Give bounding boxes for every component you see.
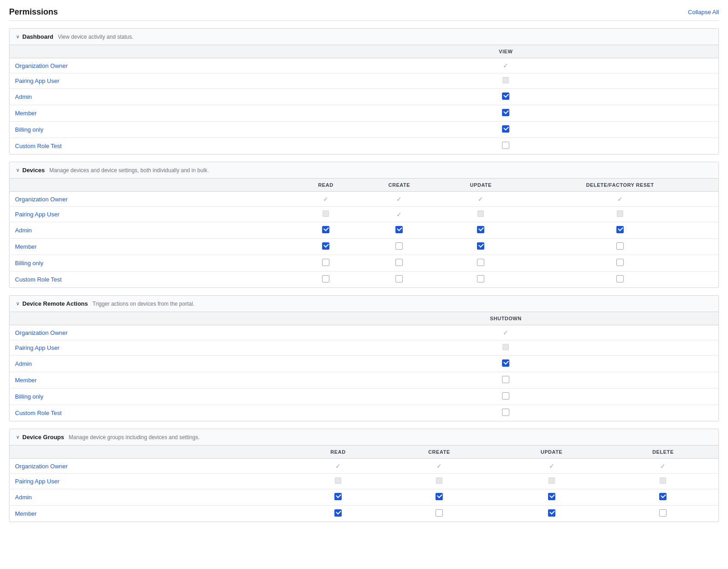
chevron-icon-device_groups[interactable]: ∨ — [16, 434, 20, 440]
check-cell — [440, 192, 522, 207]
checkbox-checked[interactable] — [436, 493, 443, 500]
col-header-role — [10, 45, 293, 58]
section-title-device_groups: Device Groups — [22, 434, 64, 441]
checkbox-checked[interactable] — [616, 226, 624, 233]
checkbox-checked[interactable] — [322, 226, 329, 233]
check-cell — [293, 138, 718, 154]
chevron-icon-device_remote_actions[interactable]: ∨ — [16, 301, 20, 307]
check-cell — [293, 222, 358, 239]
checkbox-checked[interactable] — [477, 242, 484, 250]
col-header-view: VIEW — [293, 45, 718, 58]
checkbox-checked[interactable] — [334, 509, 342, 517]
check-cell — [293, 58, 718, 73]
check-cell — [293, 372, 718, 389]
checkbox-unchecked[interactable] — [502, 392, 509, 400]
check-cell — [495, 459, 608, 474]
table-row: Billing only — [10, 122, 718, 138]
section-title-device_remote_actions: Device Remote Actions — [22, 300, 88, 307]
col-header-create: CREATE — [359, 179, 440, 192]
checkbox-readonly-checked — [436, 462, 443, 470]
role-name-cell: Billing only — [10, 389, 293, 405]
checkbox-unchecked[interactable] — [395, 275, 403, 282]
check-cell — [522, 207, 718, 222]
table-row: Admin — [10, 222, 718, 239]
checkbox-checked[interactable] — [659, 493, 666, 500]
checkbox-unchecked[interactable] — [616, 242, 624, 250]
col-header-role — [10, 312, 293, 325]
checkbox-unchecked[interactable] — [322, 275, 329, 282]
checkbox-checked[interactable] — [502, 125, 509, 133]
table-row: Organization Owner — [10, 325, 718, 340]
section-header-devices: ∨DevicesManage devices and device settin… — [10, 162, 718, 179]
col-header-read: READ — [293, 446, 383, 459]
section-dashboard: ∨DashboardView device activity and statu… — [9, 28, 719, 154]
check-cell — [440, 222, 522, 239]
table-row: Billing only — [10, 255, 718, 272]
checkbox-checked[interactable] — [548, 493, 555, 500]
checkbox-unchecked[interactable] — [322, 259, 329, 266]
check-cell — [293, 192, 358, 207]
checkbox-readonly-checked — [502, 329, 509, 336]
check-cell — [440, 255, 522, 272]
chevron-icon-dashboard[interactable]: ∨ — [16, 34, 20, 40]
checkbox-checked[interactable] — [502, 92, 509, 100]
check-cell — [383, 459, 496, 474]
table-row: Admin — [10, 356, 718, 372]
check-cell — [383, 489, 496, 506]
check-cell — [608, 459, 718, 474]
section-title-devices: Devices — [22, 167, 45, 174]
collapse-all-button[interactable]: Collapse All — [688, 9, 719, 15]
checkbox-unchecked[interactable] — [502, 376, 509, 383]
role-name-cell: Pairing App User — [10, 73, 293, 89]
checkbox-unchecked[interactable] — [616, 275, 624, 282]
checkbox-checked[interactable] — [322, 242, 329, 250]
check-cell — [293, 325, 718, 340]
check-cell — [440, 207, 522, 222]
section-devices: ∨DevicesManage devices and device settin… — [9, 162, 719, 288]
check-cell — [359, 239, 440, 255]
section-header-device_groups: ∨Device GroupsManage device groups inclu… — [10, 429, 718, 446]
role-name-cell: Admin — [10, 356, 293, 372]
checkbox-checked[interactable] — [334, 493, 342, 500]
check-cell — [293, 122, 718, 138]
checkbox-unchecked[interactable] — [502, 142, 509, 149]
checkbox-checked[interactable] — [502, 109, 509, 116]
checkbox-unchecked[interactable] — [659, 509, 666, 517]
checkbox-readonly-disabled — [477, 210, 484, 217]
check-cell — [359, 255, 440, 272]
checkbox-unchecked[interactable] — [616, 259, 624, 266]
col-header-read: READ — [293, 179, 358, 192]
checkbox-readonly-checked — [548, 462, 555, 470]
checkbox-readonly-disabled — [502, 344, 509, 350]
table-row: Admin — [10, 89, 718, 105]
checkbox-checked[interactable] — [477, 226, 484, 233]
checkbox-unchecked[interactable] — [395, 259, 403, 266]
check-cell — [293, 340, 718, 356]
checkbox-unchecked[interactable] — [436, 509, 443, 517]
checkbox-unchecked[interactable] — [477, 275, 484, 282]
checkbox-readonly-disabled — [660, 477, 666, 484]
checkbox-unchecked[interactable] — [477, 259, 484, 266]
col-header-update: UPDATE — [440, 179, 522, 192]
checkbox-readonly-checked — [395, 195, 403, 203]
col-header-delete-factory-reset: DELETE/FACTORY RESET — [522, 179, 718, 192]
chevron-icon-devices[interactable]: ∨ — [16, 167, 20, 173]
section-header-dashboard: ∨DashboardView device activity and statu… — [10, 29, 718, 45]
checkbox-readonly-checked — [334, 462, 342, 470]
checkbox-unchecked[interactable] — [502, 409, 509, 416]
table-row: Member — [10, 372, 718, 389]
checkbox-unchecked[interactable] — [395, 242, 403, 250]
table-row: Pairing App User — [10, 340, 718, 356]
check-cell — [293, 73, 718, 89]
check-cell — [383, 506, 496, 522]
checkbox-checked[interactable] — [395, 226, 403, 233]
role-name-cell: Organization Owner — [10, 58, 293, 73]
check-cell — [608, 506, 718, 522]
role-name-cell: Billing only — [10, 122, 293, 138]
check-cell — [293, 272, 358, 288]
col-header-delete: DELETE — [608, 446, 718, 459]
checkbox-checked[interactable] — [502, 359, 509, 367]
checkbox-checked[interactable] — [548, 509, 555, 517]
section-header-device_remote_actions: ∨Device Remote ActionsTrigger actions on… — [10, 296, 718, 312]
table-row: Custom Role Test — [10, 272, 718, 288]
